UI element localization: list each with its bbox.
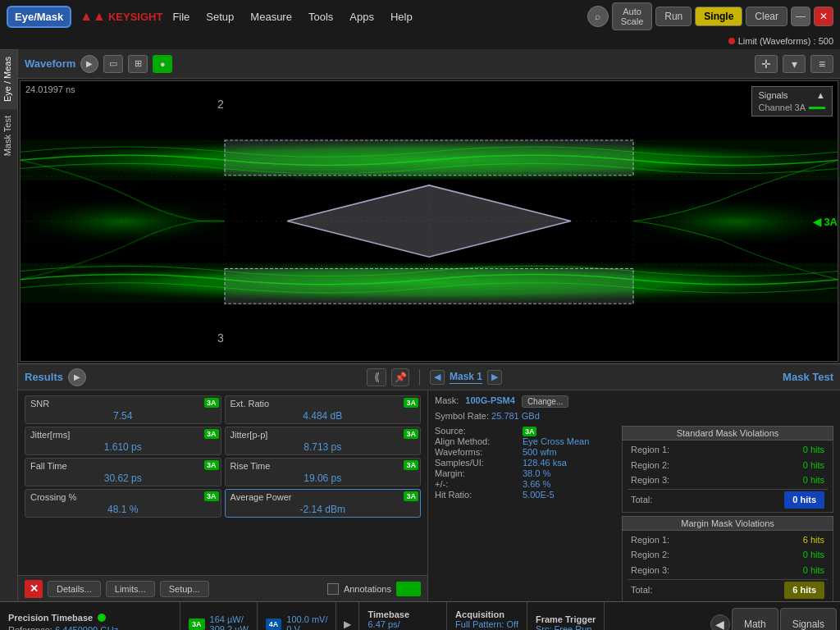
- mask-next-button[interactable]: ▶: [487, 370, 502, 385]
- align-method-label: Align Method:: [435, 436, 516, 446]
- waveform-move-icon[interactable]: ✛: [755, 55, 778, 73]
- channel-label: Channel 3A: [759, 103, 806, 112]
- mv-value2: 0 V: [286, 624, 327, 630]
- results-toolbar: Results ▶ ⟪ 📌 ◀ Mask 1 ▶ Mask Test: [18, 364, 840, 390]
- waveform-channel-indicator[interactable]: ●: [153, 55, 172, 73]
- menu-setup[interactable]: Setup: [199, 7, 240, 26]
- details-button[interactable]: Details...: [48, 581, 101, 597]
- margin-pm-label: +/-:: [435, 479, 516, 489]
- results-footer: ✕ Details... Limits... Setup... Annotati…: [18, 575, 427, 601]
- jitter-rms-badge: 3A: [204, 429, 219, 439]
- sidebar-tab-eye-mask[interactable]: Eye / Meas: [0, 49, 17, 108]
- signals-title: Signals: [759, 90, 788, 100]
- hit-ratio-label: Hit Ratio:: [435, 490, 516, 500]
- auto-scale-button[interactable]: AutoScale: [612, 2, 653, 30]
- waveform-play-button[interactable]: ▶: [80, 55, 98, 73]
- waveform-view-single[interactable]: ▭: [103, 55, 123, 73]
- mask-title: Mask 1: [450, 371, 482, 384]
- acquisition-label: Acquisition: [455, 609, 518, 619]
- snr-cell: SNR 3A 7.54: [25, 395, 221, 424]
- prev-nav-button[interactable]: ◀: [710, 614, 730, 630]
- waveform-toolbar: Waveform ▶ ▭ ⊞ ● ✛ ▾ ≡: [18, 49, 840, 79]
- timebase-section: Timebase 6.47 ps/ Pos: 24.01997 ns: [359, 602, 447, 630]
- error-x-button[interactable]: ✕: [25, 580, 43, 598]
- sidebar-tab-mask-test[interactable]: Mask Test: [0, 108, 17, 162]
- acquisition-section: Acquisition Full Pattern: Off 1024 pts/w…: [447, 602, 527, 630]
- setup-button[interactable]: Setup...: [160, 581, 209, 597]
- result-row-2: Jitter[rms] 3A 1.610 ps Jitter[p-p] 3A 8…: [25, 427, 421, 455]
- precision-timebase-section: Precision Timebase Reference: 6.4450000 …: [0, 602, 180, 630]
- mv-value1: 100.0 mV/: [286, 614, 327, 624]
- result-row-3: Fall Time 3A 30.62 ps Rise Time 3A 19.06…: [25, 458, 421, 486]
- frame-trigger-label: Frame Trigger: [536, 614, 596, 624]
- annotations-label: Annotations: [344, 584, 391, 594]
- samples-label: Samples/UI:: [435, 458, 516, 468]
- expand-button[interactable]: ▶: [336, 602, 359, 630]
- annotations-toggle[interactable]: [396, 582, 421, 596]
- menu-bar: Eye/Mask ▲▲ KEYSIGHT File Setup Measure …: [0, 0, 840, 33]
- waveform-view-grid[interactable]: ⊞: [128, 55, 148, 73]
- std-r1: 0 hits: [803, 442, 824, 458]
- power-value1: 164 µW/: [210, 614, 249, 624]
- minimize-button[interactable]: —: [791, 7, 810, 26]
- waveform-dropdown[interactable]: ▾: [783, 55, 806, 73]
- signals-button[interactable]: Signals: [780, 608, 837, 630]
- jitter-rms-cell: Jitter[rms] 3A 1.610 ps: [25, 427, 221, 455]
- result-row-4: Crossing % 3A 48.1 % Average Power 3A -2…: [25, 489, 421, 518]
- search-button[interactable]: ⌕: [587, 6, 609, 27]
- right-mask-panel: Mask: 100G-PSM4 Change... Symbol Rate: 2…: [428, 390, 840, 601]
- std-r2: 0 hits: [803, 458, 824, 473]
- margin-value: 38.0 %: [523, 468, 615, 478]
- snr-value: 7.54: [30, 410, 216, 422]
- violations-section: Standard Mask Violations Region 1:0 hits…: [622, 426, 833, 601]
- results-collapse-button[interactable]: ⟪: [367, 368, 386, 386]
- results-play-button[interactable]: ▶: [68, 368, 86, 386]
- menu-measure[interactable]: Measure: [244, 7, 299, 26]
- mask-info-grid: Source: 3A Align Method: Eye Cross Mean …: [435, 426, 615, 500]
- annotations-checkbox[interactable]: [327, 583, 339, 595]
- jitter-pp-value: 8.713 ps: [231, 441, 416, 453]
- menu-apps[interactable]: Apps: [343, 7, 381, 26]
- rise-time-badge: 3A: [404, 460, 418, 470]
- standard-violations-table: Region 1:0 hits Region 2:0 hits Region 3…: [622, 441, 833, 513]
- snr-badge: 3A: [204, 398, 219, 408]
- ext-ratio-cell: Ext. Ratio 3A 4.484 dB: [225, 395, 422, 424]
- results-pin-button[interactable]: 📌: [391, 368, 409, 386]
- margin-violations-table: Region 1:6 hits Region 2:0 hits Region 3…: [622, 531, 833, 601]
- menu-help[interactable]: Help: [384, 7, 419, 26]
- full-pattern: Full Pattern: Off: [455, 619, 518, 629]
- signals-collapse[interactable]: ▲: [816, 90, 825, 100]
- svg-rect-13: [225, 140, 633, 176]
- menu-tools[interactable]: Tools: [302, 7, 340, 26]
- source-value: 3A: [523, 426, 615, 436]
- mask-prev-button[interactable]: ◀: [430, 370, 445, 385]
- mrg-r1: 6 hits: [803, 532, 824, 548]
- crossing-cell: Crossing % 3A 48.1 %: [25, 489, 221, 518]
- channel-3a-badge: 3A: [189, 619, 205, 630]
- source-badge: 3A: [523, 427, 537, 436]
- single-button[interactable]: Single: [695, 7, 742, 26]
- limits-button[interactable]: Limits...: [106, 581, 155, 597]
- power-value2: 309.2 µW: [210, 624, 249, 630]
- symbol-rate: 25.781 GBd: [491, 411, 540, 421]
- limit-text: Limit (Waveforms) : 500: [738, 36, 833, 46]
- jitter-pp-label: Jitter[p-p]: [231, 430, 268, 440]
- reference-label: Reference:: [8, 625, 52, 630]
- jitter-pp-cell: Jitter[p-p] 3A 8.713 ps: [225, 427, 422, 455]
- close-button[interactable]: ✕: [814, 7, 833, 26]
- change-mask-button[interactable]: Change...: [522, 395, 568, 408]
- limit-dot: [728, 38, 735, 44]
- frame-trigger-section: Frame Trigger Src: Free Run: [527, 602, 605, 630]
- run-button[interactable]: Run: [655, 7, 692, 26]
- waveform-label: Waveform: [25, 57, 75, 70]
- math-button[interactable]: Math: [732, 608, 778, 630]
- fall-time-badge: 3A: [204, 460, 219, 470]
- channel-4a-section: 4A 100.0 mV/ 0 V: [258, 602, 337, 630]
- menu-file[interactable]: File: [166, 7, 196, 26]
- svg-rect-11: [633, 200, 838, 244]
- logo-button[interactable]: Eye/Mask: [7, 6, 71, 28]
- channel-3a-section: 3A 164 µW/ 309.2 µW: [180, 602, 258, 630]
- waveform-menu[interactable]: ≡: [810, 55, 833, 73]
- rise-time-label: Rise Time: [231, 461, 271, 471]
- clear-button[interactable]: Clear: [746, 7, 788, 26]
